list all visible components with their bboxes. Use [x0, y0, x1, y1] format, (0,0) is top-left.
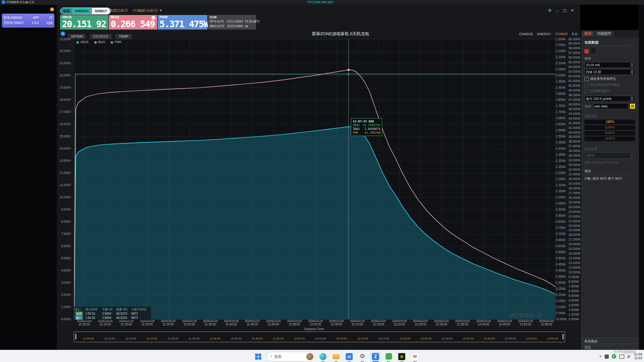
- device-card[interactable]: 型号 KM003C APP 27 序列号 025317 1.9.3 在线: [2, 14, 54, 28]
- axis-tick-label: 0.900A: [556, 208, 566, 211]
- axis-tick-label: 0.350A: [556, 275, 566, 278]
- axis-tick-label: 8.000V: [61, 220, 71, 223]
- duration-input[interactable]: 持续 10 秒 ▲▼: [584, 69, 635, 75]
- chart-menu-icon[interactable]: ≡: [61, 31, 65, 36]
- spinner-icon[interactable]: ▲▼: [630, 63, 634, 67]
- rate-button-50sps[interactable]: 50SPS: [584, 131, 635, 136]
- settings-icon[interactable]: ⚙: [547, 8, 552, 14]
- edge-icon[interactable]: [318, 352, 328, 362]
- chart-plot-area[interactable]: [74, 39, 556, 320]
- range-time-label: 12:50:00: [526, 337, 537, 340]
- range-selector[interactable]: 11:05:0011:10:0011:15:0011:20:0011:25:00…: [74, 332, 565, 342]
- power-z-icon[interactable]: Z: [371, 352, 380, 362]
- search-thumbnail: [306, 353, 313, 360]
- pause-icon[interactable]: [591, 48, 596, 54]
- powerz-watermark: POWER-Z: [509, 312, 541, 319]
- online-data-header[interactable]: 在线数据: [584, 40, 635, 46]
- sub-dm: DM:0.117V: [210, 24, 227, 29]
- x-tick-label: 2024/11/1912:55:00: [539, 319, 554, 326]
- sub-na: na: [245, 24, 256, 29]
- tab-charge[interactable]: CHARGE: [519, 31, 533, 37]
- range-handle-left[interactable]: [75, 334, 76, 339]
- axis-tick-label: 16.000W: [568, 242, 581, 246]
- record-icon[interactable]: [584, 49, 589, 53]
- wps-icon[interactable]: W: [410, 352, 420, 362]
- legend-item-vbus[interactable]: VBUS: [76, 40, 89, 44]
- tab-power[interactable]: POWER: [555, 31, 568, 37]
- tab-ed[interactable]: E.D.: [572, 31, 578, 37]
- chart-header: ≡ DP/DM CC1/CC2 TEMP 索泰ZONE游戏掌机 0关机充电 CH…: [57, 30, 580, 38]
- spinner-icon[interactable]: ▲▼: [630, 97, 634, 101]
- rate-button-1ksps[interactable]: 1KSPS: [584, 136, 635, 141]
- max-points-select[interactable]: 最大 100 K points ▲▼: [584, 96, 635, 102]
- device-chip[interactable]: 在线 KM003C 025317: [60, 8, 111, 15]
- range-time-label: 12:00:00: [315, 337, 326, 340]
- range-time-label: 11:30:00: [189, 337, 199, 340]
- storage-note: 缓存 1K/6 默认 F1 27.0W: [584, 161, 635, 165]
- axis-tick-label: 0.300A: [556, 281, 566, 284]
- x-tick-label: 2024/11/1911:10:00: [98, 319, 113, 326]
- checkbox-enabled[interactable]: ✓满足条件自动停止: [584, 76, 635, 81]
- tab-chart[interactable]: 图表: [582, 31, 594, 37]
- vbus-value: 20.151 92 V: [62, 19, 106, 29]
- speaker-icon[interactable]: 🔊: [627, 354, 631, 358]
- display-icon[interactable]: [619, 354, 624, 359]
- maximize-icon[interactable]: ▢: [562, 8, 567, 14]
- nvidia-icon[interactable]: ◉: [397, 352, 407, 362]
- close-icon[interactable]: ✕: [570, 8, 575, 14]
- store-icon[interactable]: ▤: [344, 352, 354, 362]
- axis-tick-label: 53.000W: [568, 70, 581, 73]
- spinner-icon[interactable]: ▲▼: [630, 70, 634, 74]
- x-tick-label: 2024/11/1912:20:00: [392, 319, 407, 326]
- folder-icon[interactable]: ▤: [630, 104, 635, 109]
- tab-firmware[interactable]: 升级固件: [595, 31, 614, 37]
- range-time-label: 12:30:00: [441, 337, 452, 340]
- green-app-icon[interactable]: [384, 352, 394, 362]
- sub-cc2: CC2:0.000V: [227, 24, 245, 29]
- search-input[interactable]: ⌕搜索: [266, 352, 315, 362]
- data-recorder-button[interactable]: 数据记录仪: [109, 8, 128, 14]
- range-time-label: 12:45:00: [505, 337, 515, 340]
- plug-icon[interactable]: [605, 354, 609, 359]
- explorer-icon[interactable]: [331, 352, 341, 362]
- window-title: POWER-Z Lab 2.4: [7, 0, 34, 4]
- offline-data-section[interactable]: 离线数据: [581, 338, 639, 344]
- green-tray-icon[interactable]: ✓: [612, 354, 616, 359]
- pd-analyzer-button[interactable]: PD触发/分析仪 ▼: [133, 8, 162, 14]
- start-button[interactable]: [253, 352, 263, 362]
- axis-tick-label: 0.750A: [556, 226, 566, 229]
- tab-energy[interactable]: ENERGY: [537, 31, 551, 37]
- legend-item-ibus[interactable]: IBUS: [94, 40, 105, 44]
- axis-tick-label: 1.500A: [556, 135, 566, 138]
- axis-tick-label: 49.000W: [568, 89, 581, 92]
- chart-mode-tabs: CHARGE ENERGY POWER E.D.: [519, 31, 578, 37]
- axis-tick-label: 11.000V: [60, 183, 71, 187]
- settings-icon[interactable]: ⚙: [357, 352, 367, 362]
- x-tick-label: 2024/11/1912:10:00: [350, 319, 364, 326]
- axis-tick-label: 43.000W: [568, 117, 581, 120]
- axis-tick-label: 16.000V: [60, 122, 71, 126]
- axis-tick-label: 13.000V: [60, 159, 71, 162]
- range-handle-right[interactable]: [562, 334, 564, 339]
- rate-button-10sps[interactable]: 10SPS: [584, 125, 635, 130]
- axis-tick-label: 19.000W: [568, 228, 581, 232]
- checkbox-disabled: ✓停止后自动保存数据: [584, 83, 635, 87]
- settings-panel: 图表 升级固件 在线数据 条件 10.00 mA ▲▼ 持续 10 秒 ▲▼ ✓…: [580, 30, 639, 350]
- legend-item-pwr[interactable]: PWR: [111, 40, 121, 44]
- axis-tick-label: 34.000W: [568, 158, 581, 162]
- device-app-label: APP: [33, 15, 39, 20]
- stats-header: 能量 Wh: [116, 307, 131, 311]
- axis-tick-label: 20.000W: [568, 224, 581, 227]
- name-input[interactable]: user data: [592, 103, 629, 109]
- ibus-direction-icon: →: [152, 16, 155, 20]
- tooltip-row-vbus: VBUS20.150979V: [353, 123, 380, 127]
- minimize-icon[interactable]: –: [555, 8, 560, 14]
- tray-chevron-icon[interactable]: ∧: [599, 354, 602, 358]
- axis-tick-label: 1.350A: [556, 153, 566, 156]
- axis-tick-label: 13.000W: [568, 256, 581, 260]
- axis-tick-label: 15.000W: [568, 247, 581, 250]
- storage-select: 128 K ▲▼: [584, 152, 635, 158]
- axis-tick-label: 44.000W: [568, 112, 581, 115]
- current-threshold-input[interactable]: 10.00 mA ▲▼: [584, 62, 635, 68]
- rate-button-1sps[interactable]: 1SPS: [584, 120, 635, 124]
